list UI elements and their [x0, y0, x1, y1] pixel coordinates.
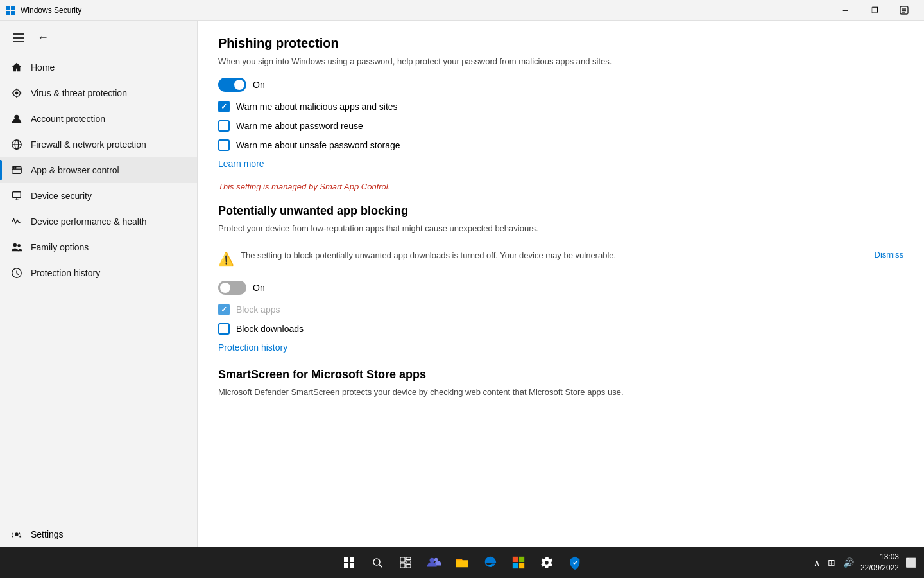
svg-point-21 — [15, 168, 16, 169]
block-downloads-checkbox[interactable] — [218, 323, 230, 335]
warning-text: The setting to block potentially unwante… — [241, 250, 868, 261]
svg-point-13 — [15, 92, 18, 94]
sidebar-settings-item[interactable]: Settings — [0, 521, 197, 547]
teams-icon — [427, 556, 441, 570]
store-button[interactable] — [506, 550, 531, 575]
unwanted-toggle[interactable] — [218, 281, 246, 295]
start-icon — [343, 557, 355, 568]
svg-rect-43 — [513, 563, 518, 568]
dismiss-link[interactable]: Dismiss — [875, 250, 904, 259]
tray-chevron[interactable]: ∧ — [811, 555, 823, 570]
taskbar-time-display: 13:03 — [860, 552, 899, 563]
sidebar-item-virus[interactable]: Virus & threat protection — [0, 80, 197, 106]
svg-rect-0 — [6, 6, 10, 10]
widgets-button[interactable] — [393, 550, 418, 575]
settings-taskbar-button[interactable] — [534, 550, 560, 575]
sidebar-bottom: Settings — [0, 521, 197, 547]
svg-point-40 — [430, 558, 434, 563]
unwanted-toggle-knob — [220, 283, 230, 293]
teams-button[interactable] — [421, 550, 447, 575]
taskbar-right: ∧ ⊞ 🔊 13:03 22/09/2022 ⬜ — [811, 552, 919, 574]
phishing-toggle-row: On — [218, 78, 903, 92]
search-taskbar-button[interactable] — [364, 550, 390, 575]
phishing-toggle[interactable] — [218, 78, 246, 92]
store-icon — [511, 556, 526, 570]
block-apps-label: Block apps — [236, 304, 280, 315]
sidebar-item-protection-history[interactable]: Protection history — [0, 260, 197, 286]
help-button[interactable] — [889, 0, 919, 21]
titlebar-left: Windows Security — [5, 5, 81, 15]
back-button[interactable]: ← — [32, 28, 54, 47]
svg-line-33 — [379, 565, 382, 567]
svg-point-14 — [14, 115, 19, 119]
svg-rect-3 — [11, 11, 15, 15]
block-downloads-label: Block downloads — [236, 324, 304, 334]
defender-taskbar-icon — [568, 556, 582, 570]
svg-rect-1 — [11, 6, 15, 10]
account-icon — [10, 112, 23, 125]
volume-tray-icon[interactable]: 🔊 — [841, 555, 857, 570]
block-downloads-row[interactable]: Block downloads — [218, 323, 903, 335]
smartscreen-title: SmartScreen for Microsoft Store apps — [218, 368, 903, 381]
app-body: ← Home Virus & threat protection Account… — [0, 21, 924, 547]
main-content: Phishing protection When you sign into W… — [198, 21, 924, 547]
sidebar-item-home[interactable]: Home — [0, 55, 197, 80]
warning-icon: ⚠️ — [218, 251, 234, 267]
phishing-checkbox2-row[interactable]: Warn me about password reuse — [218, 120, 903, 132]
phishing-checkbox2[interactable] — [218, 120, 230, 132]
warning-banner: ⚠️ The setting to block potentially unwa… — [218, 245, 903, 272]
notification-tray-icon[interactable]: ⬜ — [903, 555, 919, 570]
sidebar-item-virus-label: Virus & threat protection — [31, 88, 127, 98]
phishing-checkbox3[interactable] — [218, 139, 230, 151]
unwanted-toggle-label: On — [253, 283, 265, 293]
sidebar-item-family[interactable]: Family options — [0, 234, 197, 260]
sidebar: ← Home Virus & threat protection Account… — [0, 21, 198, 547]
taskbar-center — [336, 550, 588, 575]
unwanted-app-title: Potentially unwanted app blocking — [218, 204, 903, 218]
block-apps-checkbox — [218, 304, 230, 315]
sidebar-item-firewall-label: Firewall & network protection — [31, 139, 146, 150]
widgets-icon — [400, 557, 411, 568]
unwanted-toggle-slider — [218, 281, 246, 295]
sidebar-item-account[interactable]: Account protection — [0, 106, 197, 132]
hamburger-button[interactable] — [10, 31, 27, 45]
learn-more-link[interactable]: Learn more — [218, 159, 903, 169]
svg-rect-38 — [406, 565, 411, 568]
svg-rect-29 — [350, 557, 354, 562]
svg-rect-31 — [350, 563, 354, 568]
svg-rect-22 — [13, 192, 21, 198]
sidebar-item-protection-history-label: Protection history — [31, 268, 100, 278]
sidebar-item-firewall[interactable]: Firewall & network protection — [0, 132, 197, 157]
help-icon — [900, 6, 909, 15]
titlebar-controls: ─ ❐ — [830, 0, 919, 21]
phishing-checkbox1-label: Warn me about malicious apps and sites — [236, 101, 398, 112]
svg-rect-30 — [344, 563, 348, 568]
device-security-icon — [10, 189, 23, 202]
sidebar-item-account-label: Account protection — [31, 114, 105, 124]
file-explorer-icon — [455, 556, 469, 570]
sidebar-item-device-security[interactable]: Device security — [0, 183, 197, 209]
phishing-checkbox1-row[interactable]: Warn me about malicious apps and sites — [218, 101, 903, 112]
phishing-checkbox1[interactable] — [218, 101, 230, 112]
svg-point-26 — [17, 244, 21, 247]
restore-button[interactable]: ❐ — [860, 0, 889, 21]
sidebar-item-app-browser[interactable]: App & browser control — [0, 157, 197, 183]
network-tray-icon[interactable]: ⊞ — [825, 555, 838, 570]
svg-rect-36 — [406, 561, 411, 563]
minimize-button[interactable]: ─ — [830, 0, 860, 21]
sidebar-item-device-health[interactable]: Device performance & health — [0, 209, 197, 234]
settings-label: Settings — [31, 529, 64, 539]
edge-button[interactable] — [477, 550, 503, 575]
taskbar: ∧ ⊞ 🔊 13:03 22/09/2022 ⬜ — [0, 547, 924, 578]
defender-taskbar-button[interactable] — [562, 550, 588, 575]
protection-history-link[interactable]: Protection history — [218, 342, 903, 353]
unwanted-app-subtitle: Protect your device from low-reputation … — [218, 223, 903, 234]
svg-rect-41 — [513, 557, 518, 562]
svg-rect-34 — [400, 557, 405, 562]
file-explorer-button[interactable] — [449, 550, 475, 575]
phishing-toggle-slider — [218, 78, 246, 92]
start-button[interactable] — [336, 550, 362, 575]
phishing-checkbox3-row[interactable]: Warn me about unsafe password storage — [218, 139, 903, 151]
settings-taskbar-icon — [540, 556, 554, 570]
taskbar-clock[interactable]: 13:03 22/09/2022 — [860, 552, 899, 574]
